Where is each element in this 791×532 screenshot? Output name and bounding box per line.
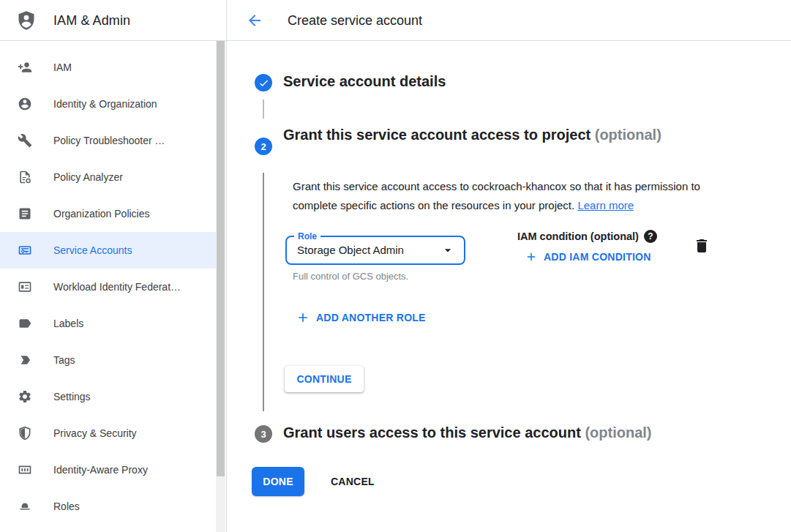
sidebar-item-policy-analyzer[interactable]: Policy Analyzer [0, 159, 217, 195]
sidebar-item-label: Labels [53, 318, 83, 329]
sidebar-item-label: Settings [53, 391, 91, 402]
service-account-icon [18, 243, 32, 258]
account-circle-icon [18, 97, 32, 111]
hat-icon [18, 499, 32, 514]
gear-icon [18, 389, 32, 404]
main-content: Service account details 2 Grant this ser… [228, 41, 791, 532]
step2-number-badge: 2 [255, 138, 272, 155]
sidebar-item-identity-aware-proxy[interactable]: Identity-Aware Proxy [0, 452, 217, 488]
sidebar-item-identity-organization[interactable]: Identity & Organization [0, 86, 217, 122]
add-another-role-button[interactable]: ADD ANOTHER ROLE [296, 310, 426, 325]
step2-optional-label: (optional) [595, 127, 661, 143]
sidebar-item-label: Identity & Organization [53, 98, 157, 110]
role-select-value: Storage Object Admin [297, 237, 404, 263]
step2-connector-line [263, 173, 264, 411]
step2-number: 2 [260, 141, 266, 152]
label-icon [18, 316, 32, 331]
step2-title: Grant this service account access to pro… [283, 122, 671, 147]
sidebar-nav: IAM Identity & Organization Policy Troub… [0, 49, 217, 525]
step-connector [263, 100, 264, 119]
plus-icon [296, 310, 310, 325]
cancel-button[interactable]: CANCEL [325, 467, 380, 496]
sidebar-item-label: Service Accounts [53, 244, 132, 256]
add-iam-condition-label: ADD IAM CONDITION [544, 251, 651, 263]
sidebar-item-organization-policies[interactable]: Organization Policies [0, 195, 217, 232]
iam-condition-label-text: IAM condition (optional) [517, 231, 639, 242]
article-icon [18, 206, 32, 221]
delete-role-trash-icon[interactable] [693, 237, 711, 255]
sidebar-item-label: Tags [53, 354, 75, 366]
sidebar-item-settings[interactable]: Settings [0, 378, 217, 415]
sidebar-item-labels[interactable]: Labels [0, 305, 217, 342]
help-glyph: ? [648, 231, 653, 241]
learn-more-link[interactable]: Learn more [577, 199, 634, 211]
sidebar-item-label: Workload Identity Federat… [53, 281, 181, 293]
tag-icon [18, 353, 32, 367]
role-helper-text: Full control of GCS objects. [293, 271, 408, 282]
step2-description-text: Grant this service account access to coc… [293, 180, 700, 211]
sidebar-item-workload-identity-federation[interactable]: Workload Identity Federat… [0, 269, 217, 305]
sidebar-item-label: Policy Analyzer [53, 171, 123, 183]
iam-condition-label: IAM condition (optional) ? [517, 230, 657, 243]
step3-optional-label: (optional) [585, 424, 651, 441]
top-bar: IAM & Admin Create service account [0, 0, 791, 41]
done-button[interactable]: DONE [252, 467, 304, 496]
step3-title: Grant users access to this service accou… [283, 424, 652, 441]
sidebar-item-iam[interactable]: IAM [0, 49, 217, 86]
step1-title: Service account details [283, 73, 446, 90]
proxy-icon [18, 462, 32, 477]
sidebar-item-service-accounts[interactable]: Service Accounts [0, 232, 217, 269]
sidebar-item-label: Roles [53, 501, 80, 512]
product-header: IAM & Admin [0, 0, 227, 41]
help-icon[interactable]: ? [644, 230, 657, 243]
sidebar-item-roles[interactable]: Roles [0, 488, 217, 525]
shield-icon [18, 426, 32, 441]
sidebar-item-label: Identity-Aware Proxy [53, 464, 148, 476]
role-select[interactable]: Role Storage Object Admin [285, 236, 465, 265]
sidebar-item-policy-troubleshooter[interactable]: Policy Troubleshooter … [0, 122, 217, 159]
add-another-role-label: ADD ANOTHER ROLE [316, 312, 426, 323]
card-icon [18, 280, 32, 294]
step3-title-text: Grant users access to this service accou… [283, 424, 581, 441]
sidebar-item-label: Organization Policies [53, 208, 150, 220]
sidebar: IAM Identity & Organization Policy Troub… [0, 41, 227, 532]
step1-complete-icon [255, 74, 272, 91]
sidebar-scrollbar-thumb[interactable] [217, 41, 225, 476]
product-title: IAM & Admin [53, 0, 130, 41]
back-arrow-icon[interactable] [244, 10, 265, 31]
add-iam-condition-button[interactable]: ADD IAM CONDITION [525, 250, 651, 263]
sidebar-item-label: Privacy & Security [53, 427, 137, 439]
sidebar-item-privacy-security[interactable]: Privacy & Security [0, 415, 217, 452]
continue-button[interactable]: CONTINUE [285, 366, 364, 392]
step3-number-badge: 3 [255, 425, 272, 443]
person-add-icon [18, 60, 32, 75]
page-title: Create service account [288, 0, 422, 41]
iam-admin-shield-icon [16, 10, 37, 31]
wrench-icon [18, 133, 32, 148]
plus-icon [525, 250, 538, 263]
sidebar-item-label: IAM [53, 61, 72, 73]
step3-number: 3 [260, 429, 266, 440]
page: IAM & Admin Create service account IAM I… [0, 0, 791, 532]
sidebar-item-tags[interactable]: Tags [0, 342, 217, 378]
sidebar-scrollbar[interactable] [216, 41, 225, 532]
chevron-down-icon [441, 243, 455, 258]
step2-description: Grant this service account access to coc… [293, 177, 719, 214]
sidebar-item-label: Policy Troubleshooter … [53, 135, 165, 146]
document-gear-icon [18, 170, 32, 184]
step2-title-text: Grant this service account access to pro… [283, 127, 591, 143]
